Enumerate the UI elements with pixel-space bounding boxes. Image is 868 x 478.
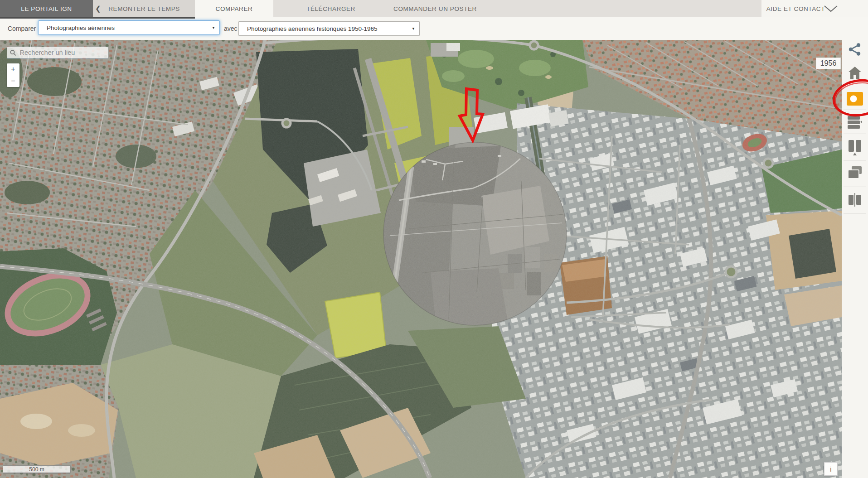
- scale-bar: 500 m: [3, 465, 71, 473]
- top-navigation: LE PORTAIL IGN ❮ REMONTER LE TEMPS COMPA…: [0, 0, 868, 17]
- header-underline: [0, 17, 195, 19]
- zoom-out-button[interactable]: −: [7, 75, 19, 87]
- tools-sidebar: [842, 40, 868, 478]
- layer-select-right[interactable]: Photographies aériennes historiques 1950…: [238, 21, 420, 36]
- side-by-side-icon[interactable]: [842, 193, 868, 207]
- overlay-view-icon[interactable]: [842, 166, 868, 180]
- search-icon: [10, 49, 16, 56]
- zoom-in-button[interactable]: +: [7, 63, 19, 75]
- share-icon[interactable]: [842, 43, 868, 56]
- with-label: avec: [224, 17, 238, 40]
- map-canvas[interactable]: [0, 0, 842, 478]
- layer-select-left[interactable]: Photographies aériennes ▼: [38, 20, 220, 35]
- dropdown-arrow-icon: ▼: [412, 27, 415, 31]
- chevron-down-icon[interactable]: [824, 5, 838, 12]
- tab-remonter-le-temps[interactable]: ❮ REMONTER LE TEMPS: [95, 0, 181, 17]
- info-button[interactable]: i: [824, 462, 838, 476]
- layers-icon[interactable]: [842, 115, 868, 130]
- year-badge: 1956: [816, 58, 841, 69]
- swipe-view-icon[interactable]: [842, 140, 868, 156]
- tab-comparer[interactable]: COMPARER: [195, 0, 273, 17]
- aerial-imagery: [0, 0, 842, 478]
- photos-icon[interactable]: [842, 92, 868, 106]
- tab-portail-ign[interactable]: LE PORTAIL IGN: [0, 0, 93, 17]
- dropdown-arrow-icon: ▼: [212, 26, 215, 30]
- tab-telecharger[interactable]: TÉLÉCHARGER: [290, 0, 372, 17]
- tab-back-label: REMONTER LE TEMPS: [108, 5, 180, 12]
- tab-commander-poster[interactable]: COMMANDER UN POSTER: [385, 0, 485, 17]
- layer-select-right-value: Photographies aériennes historiques 1950…: [247, 25, 377, 32]
- help-contact-button[interactable]: AIDE ET CONTACT: [752, 0, 825, 17]
- search-box[interactable]: [7, 47, 108, 58]
- zoom-control: + −: [7, 63, 19, 87]
- compare-label: Comparer: [8, 17, 36, 40]
- layer-select-left-value: Photographies aériennes: [47, 24, 115, 31]
- search-input[interactable]: [19, 48, 105, 57]
- home-icon[interactable]: [842, 66, 868, 80]
- compare-bar: Comparer Photographies aériennes ▼ avec …: [0, 17, 868, 40]
- back-chevron-icon: ❮: [95, 5, 101, 13]
